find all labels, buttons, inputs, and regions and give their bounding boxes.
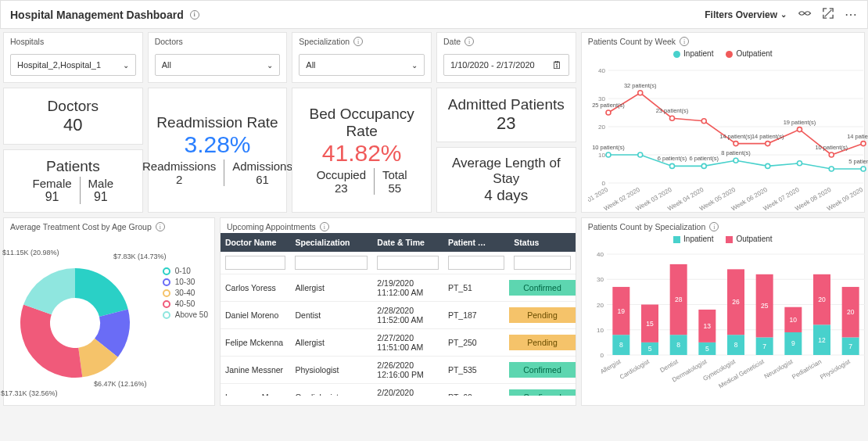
appointments-table: Doctor NameSpecializationDate & TimePati… — [221, 233, 576, 396]
hospitals-select[interactable]: Hospital_2,Hospital_1⌄ — [10, 54, 136, 76]
doctors-select[interactable]: All⌄ — [155, 54, 281, 76]
svg-point-29 — [797, 161, 802, 166]
specialization-select[interactable]: All⌄ — [299, 54, 425, 76]
line-legend: Inpatient Outpatient — [582, 49, 864, 58]
svg-text:26: 26 — [732, 298, 740, 306]
svg-point-33 — [606, 110, 611, 115]
donut-slice-label: $7.83K (14.73%) — [113, 253, 167, 260]
kpi-admitted: Admitted Patients 23 — [436, 88, 576, 142]
svg-text:Cardiologist: Cardiologist — [619, 358, 651, 381]
svg-text:5 patient(s): 5 patient(s) — [848, 158, 868, 165]
preview-icon[interactable] — [798, 9, 812, 20]
avg-cost-donut-chart: 0-1010-3030-4040-50Above 50 $11.15K (20.… — [4, 233, 214, 405]
table-row[interactable]: Laurence MoosCardiologist2/20/2020 11:12… — [221, 384, 576, 396]
info-icon[interactable]: i — [709, 222, 719, 231]
table-row[interactable]: Felipe MckennaAllergist2/27/2020 11:51:0… — [221, 329, 576, 357]
info-icon[interactable]: i — [190, 10, 199, 20]
svg-point-42 — [765, 142, 769, 146]
table-header[interactable]: Patient … — [443, 233, 509, 252]
upcoming-appointments-panel: Upcoming Appointmentsi Doctor NameSpecia… — [220, 217, 576, 406]
kpi-bed-occupancy: Bed Occupancy Rate 41.82% Occupied23 Tot… — [292, 88, 432, 213]
status-badge: Pending — [509, 335, 575, 350]
kpi-patients: Patients Female91 Male91 — [3, 149, 143, 213]
donut-slice-label: $11.15K (20.98%) — [2, 249, 59, 256]
svg-point-37 — [669, 116, 674, 120]
svg-text:10: 10 — [598, 152, 605, 159]
date-range-picker[interactable]: 1/10/2020 - 2/17/2020🗓 — [443, 54, 569, 76]
status-badge: Confirmed — [509, 280, 575, 296]
svg-text:20: 20 — [847, 308, 855, 316]
svg-text:7: 7 — [848, 342, 852, 350]
bar-legend: Inpatient Outpatient — [582, 235, 864, 243]
column-filter-input[interactable] — [448, 256, 504, 270]
svg-point-31 — [861, 167, 866, 171]
filter-hospitals: Hospitals Hospital_2,Hospital_1⌄ — [3, 32, 143, 83]
donut-legend-item: 30-40 — [163, 289, 208, 297]
info-icon[interactable]: i — [320, 222, 329, 231]
filters-overview-dropdown[interactable]: Filters Overview ⌄ — [705, 9, 787, 20]
svg-text:25 patient(s): 25 patient(s) — [592, 102, 625, 109]
table-row[interactable]: Carlos YoressAllergist2/19/2020 11:12:00… — [221, 274, 576, 302]
table-header[interactable]: Status — [509, 233, 575, 252]
filter-specialization: Specializationi All⌄ — [292, 32, 432, 83]
svg-text:Dentist: Dentist — [658, 358, 680, 375]
info-icon[interactable]: i — [680, 37, 689, 46]
column-filter-input[interactable] — [295, 256, 368, 270]
svg-point-48 — [861, 142, 866, 146]
table-row[interactable]: Daniel MorenoDentist2/28/2020 11:52:00 A… — [221, 302, 576, 329]
svg-text:8 patient(s): 8 patient(s) — [721, 149, 751, 156]
header: Hospital Management Dashboard i Filters … — [0, 0, 868, 29]
chevron-down-icon: ⌄ — [267, 61, 273, 70]
patients-by-specialization-chart: 010203040819Allergist515Cardiologist828D… — [582, 246, 864, 395]
info-icon[interactable]: i — [156, 222, 165, 231]
kpi-readmission: Readmission Rate 3.28% Readmissions2 Adm… — [148, 88, 288, 213]
svg-point-35 — [637, 91, 642, 95]
svg-point-26 — [733, 158, 738, 163]
svg-text:13: 13 — [703, 322, 711, 330]
chevron-down-icon: ⌄ — [780, 10, 787, 19]
column-filter-input[interactable] — [514, 256, 570, 270]
svg-text:7: 7 — [762, 342, 766, 350]
table-row[interactable]: Janine MessnerPhysiologist2/26/2020 12:1… — [221, 357, 576, 384]
svg-text:14 patient(s): 14 patient(s) — [847, 133, 868, 140]
table-header[interactable]: Doctor Name — [221, 233, 290, 252]
svg-point-39 — [701, 119, 706, 124]
fullscreen-icon[interactable] — [823, 8, 834, 21]
svg-point-44 — [797, 127, 802, 132]
info-icon[interactable]: i — [353, 37, 363, 46]
svg-text:32 patient(s): 32 patient(s) — [624, 82, 657, 89]
svg-text:8: 8 — [676, 341, 680, 349]
svg-text:5: 5 — [705, 345, 709, 353]
svg-text:6 patient(s): 6 patient(s) — [657, 155, 687, 162]
status-badge: Confirmed — [509, 362, 575, 378]
donut-legend-item: 10-30 — [163, 278, 208, 286]
svg-text:10 patient(s): 10 patient(s) — [592, 144, 625, 151]
patients-by-week-chart: 010203040Week 01 2020Week 02 2020Week 03… — [582, 61, 864, 210]
svg-point-46 — [829, 152, 834, 157]
svg-point-40 — [733, 142, 738, 146]
svg-text:20: 20 — [597, 302, 604, 309]
chevron-down-icon: ⌄ — [123, 61, 129, 70]
page-title: Hospital Management Dashboard — [10, 9, 184, 21]
svg-text:20: 20 — [598, 124, 605, 131]
avg-cost-panel: Average Treatment Cost by Age Groupi 0-1… — [3, 217, 215, 406]
svg-point-30 — [829, 167, 834, 171]
calendar-icon: 🗓 — [552, 59, 562, 71]
svg-text:10 patient(s): 10 patient(s) — [815, 144, 848, 151]
donut-slice-label: $17.31K (32.56%) — [1, 389, 58, 397]
svg-text:40: 40 — [598, 67, 605, 74]
table-header[interactable]: Date & Time — [372, 233, 443, 252]
svg-text:Pediatrician: Pediatrician — [791, 358, 823, 381]
more-icon[interactable]: ⋯ — [845, 7, 858, 22]
info-icon[interactable]: i — [464, 37, 474, 46]
svg-point-19 — [606, 152, 611, 157]
svg-text:23 patient(s): 23 patient(s) — [655, 107, 688, 114]
svg-point-22 — [669, 163, 674, 168]
svg-text:14 patient(s): 14 patient(s) — [719, 133, 752, 140]
column-filter-input[interactable] — [225, 256, 285, 270]
table-header[interactable]: Specialization — [290, 233, 372, 252]
patients-by-specialization-panel: Patients Count by Specializationi Inpati… — [581, 217, 865, 406]
svg-text:Physiologist: Physiologist — [819, 358, 852, 382]
donut-legend-item: Above 50 — [163, 310, 208, 319]
column-filter-input[interactable] — [377, 256, 439, 270]
